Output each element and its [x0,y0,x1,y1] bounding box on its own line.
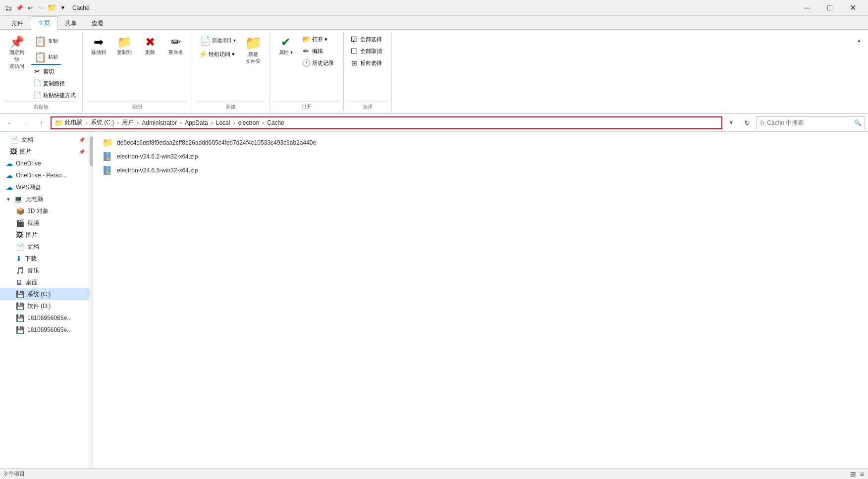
move-to-button[interactable]: ➡ 移动到 [87,34,110,58]
svg-rect-5 [107,157,108,158]
properties-icon: ✔ [281,36,291,48]
new-item-button[interactable]: 📄 新建项目 ▾ [196,34,239,48]
window-controls: ─ □ ✕ [796,0,864,16]
folder-file-icon: 📁 [102,137,113,148]
search-box[interactable]: 🔍 [756,116,865,129]
pictures2-icon: 🖼 [16,231,23,239]
sidebar-item-pictures2[interactable]: 🖼 图片 [0,229,89,241]
drive-d-icon: 💾 [16,302,24,310]
sidebar-item-desktop[interactable]: 🖥 桌面 [0,276,89,288]
new-folder-button[interactable]: 📁 新建 文件夹 [241,34,266,67]
up-button[interactable]: ↑ [35,116,49,129]
sidebar-item-thispc[interactable]: ▼ 💻 此电脑 [0,193,89,205]
address-box[interactable]: 📁 此电脑 › 系统 (C:) › 用户 › Administrator › A… [51,116,722,129]
tab-share[interactable]: 共享 [57,17,84,30]
properties-button[interactable]: ✔ 属性 ▾ [274,34,298,58]
title-bar-icons: 🗂 📌 ↩ ↪ 📁 ▼ [4,3,67,12]
close-button[interactable]: ✕ [841,0,864,16]
3d-icon: 📦 [16,207,24,215]
sidebar-item-software-d[interactable]: 💾 软件 (D:) [0,300,89,312]
edit-button[interactable]: ✏ 编辑 [300,46,339,56]
redo-icon[interactable]: ↪ [37,3,46,12]
rename-button[interactable]: ✏ 重命名 [164,34,188,58]
sidebar-item-documents[interactable]: 📄 文档 📌 [0,134,89,146]
sidebar-item-music[interactable]: 🎵 音乐 [0,265,89,276]
quick-access-icon[interactable]: 📌 [15,3,24,12]
tab-home[interactable]: 主页 [31,16,57,30]
move-icon: ➡ [94,36,104,48]
new-item-icon: 📄 [200,36,211,45]
file-item-folder1[interactable]: 📁 de5ec4c6ebf8f9edaa2cff8b26addd605c4fed… [99,136,862,150]
copy-path-button[interactable]: 📄 复制路径 [31,78,70,89]
sidebar-item-disk1[interactable]: 💾 18106956065#... [0,312,89,324]
sidebar-item-wps[interactable]: ☁ WPS网盘 [0,181,89,193]
cut-icon: ✂ [33,67,41,75]
sidebar-item-videos[interactable]: 🎬 视频 [0,217,89,229]
refresh-button[interactable]: ↻ [740,116,754,129]
select-content: ☑ 全部选择 ☐ 全部取消 ⊞ 反向选择 [348,32,387,101]
ribbon: 📌 固定到快 速访问 📋 复制 📋 粘贴 ✂ 剪切 📄 复制路 [0,30,868,114]
ribbon-group-new: 📄 新建项目 ▾ ⚡ 轻松访问 ▾ 📁 新建 文件夹 新建 [192,32,270,111]
sidebar-item-3d[interactable]: 📦 3D 对象 [0,205,89,217]
sidebar-item-onedrive-personal[interactable]: ☁ OneDrive - Perso... [0,169,89,181]
invert-select-button[interactable]: ⊞ 反向选择 [348,57,387,68]
open-button[interactable]: 📂 打开 ▾ [300,34,339,45]
zip1-icon: ZIP [102,151,113,162]
copy-icon: 📋 [34,36,47,46]
title-bar-left: 🗂 📌 ↩ ↪ 📁 ▼ Cache [4,3,90,12]
thispc-icon: 💻 [14,195,22,203]
grid-view-button[interactable]: ⊞ [850,470,856,478]
svg-rect-4 [107,156,108,157]
minimize-button[interactable]: ─ [796,0,818,16]
sidebar-item-pictures[interactable]: 🖼 图片 📌 [0,146,89,158]
easy-access-button[interactable]: ⚡ 轻松访问 ▾ [196,49,239,59]
address-dropdown-button[interactable]: ▼ [724,116,738,129]
copy-button[interactable]: 📋 复制 [31,34,61,49]
delete-button[interactable]: ✖ 删除 [138,34,162,58]
sidebar-item-disk2[interactable]: 💾 18106956065#... [0,324,89,336]
sidebar: 📄 文档 📌 🖼 图片 📌 ☁ OneDrive ☁ OneDrive - Pe… [0,132,89,479]
undo-icon[interactable]: ↩ [26,3,35,12]
sidebar-item-system-c[interactable]: 💾 系统 (C:) [0,288,89,300]
back-button[interactable]: ← [3,116,17,129]
sidebar-item-onedrive[interactable]: ☁ OneDrive [0,158,89,169]
copy-to-button[interactable]: 📁 复制到 [112,34,136,58]
select-none-button[interactable]: ☐ 全部取消 [348,46,387,56]
svg-rect-13 [107,170,108,171]
svg-text:ZIP: ZIP [107,158,110,160]
organize-content: ➡ 移动到 📁 复制到 ✖ 删除 ✏ 重命名 [87,32,188,101]
desktop-icon: 🖥 [16,278,23,286]
file-item-zip2[interactable]: ZIP electron-v24.6.5-win32-x64.zip [99,163,862,177]
sidebar-scrollbar[interactable] [89,132,93,479]
svg-rect-1 [107,152,108,154]
sidebar-item-documents2[interactable]: 📄 文档 [0,241,89,253]
search-input[interactable] [760,119,852,126]
svg-rect-3 [107,155,108,156]
paste-shortcut-button[interactable]: 📄 粘贴快捷方式 [31,90,78,101]
history-button[interactable]: 🕐 历史记录 [300,57,339,68]
maximize-button[interactable]: □ [818,0,841,16]
sidebar-item-downloads[interactable]: ⬇ 下载 [0,253,89,265]
dropdown-icon[interactable]: ▼ [58,3,67,12]
file-name-zip2: electron-v24.6.5-win32-x64.zip [117,167,198,174]
tab-view[interactable]: 查看 [84,17,111,30]
title-bar: 🗂 📌 ↩ ↪ 📁 ▼ Cache ─ □ ✕ [0,0,868,16]
forward-button[interactable]: → [19,116,33,129]
svg-rect-12 [107,169,108,170]
music-icon: 🎵 [16,266,24,274]
delete-icon: ✖ [145,36,155,48]
file-item-zip1[interactable]: ZIP electron-v24.6.2-win32-x64.zip [99,150,862,163]
tab-file[interactable]: 文件 [4,17,31,30]
paste-button[interactable]: 📋 粘贴 [31,50,61,65]
pictures-icon: 🖼 [10,148,17,156]
cut-button[interactable]: ✂ 剪切 [31,66,70,77]
pin-button[interactable]: 📌 固定到快 速访问 [4,34,30,72]
open-content: ✔ 属性 ▾ 📂 打开 ▾ ✏ 编辑 🕐 历史记录 [274,32,339,101]
select-all-button[interactable]: ☑ 全部选择 [348,34,387,45]
pin-icon: 📌 [9,36,24,48]
ribbon-group-select: ☑ 全部选择 ☐ 全部取消 ⊞ 反向选择 选择 [344,32,392,111]
list-view-button[interactable]: ≡ [860,470,864,478]
organize-label: 组织 [87,102,188,111]
collapse-ribbon-button[interactable]: ▲ [852,34,866,47]
select-all-icon: ☑ [350,35,358,43]
